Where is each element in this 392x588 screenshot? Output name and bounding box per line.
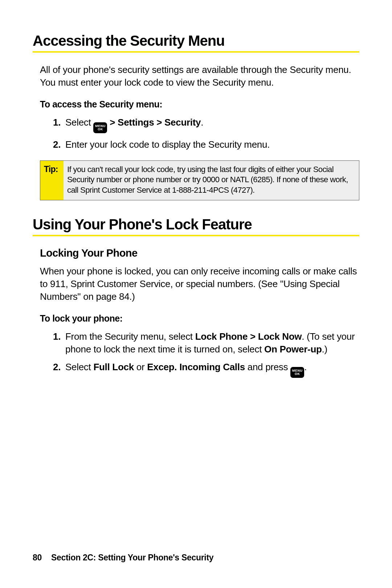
tip-callout: Tip: If you can't recall your lock code,…	[40, 160, 359, 200]
step-number: 1.	[53, 116, 65, 133]
step-number: 2.	[53, 138, 65, 151]
heading-accessing-security: Accessing the Security Menu	[33, 33, 359, 53]
page-footer: 80Section 2C: Setting Your Phone's Secur…	[33, 553, 213, 563]
tip-body: If you can't recall your lock code, try …	[64, 161, 359, 200]
step-body: Select MENUOK > Settings > Security.	[65, 116, 359, 133]
section-title: Section 2C: Setting Your Phone's Securit…	[51, 553, 213, 562]
text: .	[304, 362, 307, 372]
menu-path: > Settings > Security	[107, 117, 201, 128]
menu-path: Lock Phone > Lock Now	[195, 331, 302, 342]
text: .	[201, 117, 203, 128]
intro-paragraph-2: When your phone is locked, you can only …	[40, 265, 359, 303]
step-2: 2. Select Full Lock or Excep. Incoming C…	[53, 361, 359, 378]
option-name: Excep. Incoming Calls	[147, 362, 245, 372]
step-1: 1. Select MENUOK > Settings > Security.	[53, 116, 359, 133]
heading-lock-feature: Using Your Phone's Lock Feature	[33, 216, 359, 236]
text: and press	[245, 362, 290, 372]
icon-bottom-text: OK	[295, 372, 300, 376]
menu-ok-icon: MENUOK	[93, 122, 107, 133]
text: From the Security menu, select	[65, 331, 195, 342]
step-number: 1.	[53, 330, 65, 356]
text: Select	[65, 362, 93, 372]
manual-page: Accessing the Security Menu All of your …	[0, 0, 392, 378]
step-1: 1. From the Security menu, select Lock P…	[53, 330, 359, 356]
tip-label: Tip:	[40, 161, 64, 200]
steps-lock-phone: 1. From the Security menu, select Lock P…	[53, 330, 359, 378]
icon-bottom-text: OK	[98, 128, 103, 131]
text: or	[134, 362, 147, 372]
intro-paragraph-1: All of your phone's security settings ar…	[40, 64, 359, 89]
step-body: Enter your lock code to display the Secu…	[65, 138, 359, 151]
text: .)	[322, 344, 327, 355]
step-body: Select Full Lock or Excep. Incoming Call…	[65, 361, 359, 378]
option-name: On Power-up	[264, 344, 322, 355]
page-number: 80	[33, 553, 42, 562]
lead-lock-phone: To lock your phone:	[40, 313, 359, 324]
steps-access-security: 1. Select MENUOK > Settings > Security. …	[53, 116, 359, 151]
option-name: Full Lock	[93, 362, 134, 372]
lead-access-security: To access the Security menu:	[40, 99, 359, 110]
subheading-locking-phone: Locking Your Phone	[40, 247, 359, 259]
text: Select	[65, 117, 93, 128]
step-2: 2. Enter your lock code to display the S…	[53, 138, 359, 151]
step-number: 2.	[53, 361, 65, 378]
step-body: From the Security menu, select Lock Phon…	[65, 330, 359, 356]
menu-ok-icon: MENUOK	[290, 367, 304, 378]
